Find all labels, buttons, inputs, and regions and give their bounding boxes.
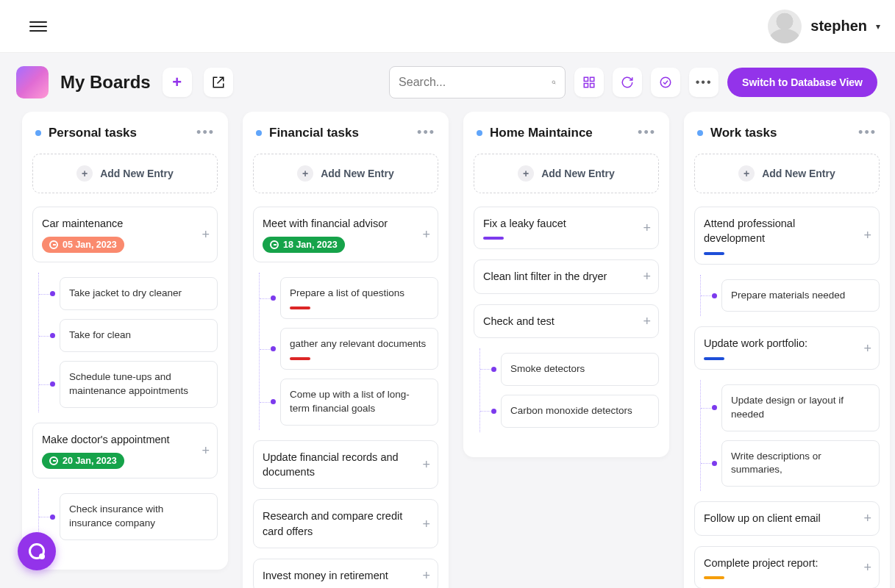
- task-title: Research and compare credit card offers: [263, 509, 429, 539]
- column-more-button[interactable]: •••: [196, 125, 215, 140]
- task-card[interactable]: Clean lint filter in the dryer+: [474, 259, 659, 293]
- task-card[interactable]: Car maintenance05 Jan, 2023+: [32, 207, 218, 262]
- subtask-title: Update design or layout if needed: [731, 394, 870, 422]
- task-title: Update work portfolio:: [704, 336, 870, 351]
- add-subtask-button[interactable]: +: [202, 443, 210, 459]
- branch-dot: [712, 405, 717, 410]
- search-input[interactable]: [399, 76, 546, 89]
- subtask-card[interactable]: Come up with a list of long-term financi…: [280, 379, 438, 426]
- date-badge: 18 Jan, 2023: [263, 237, 345, 253]
- add-subtask-button[interactable]: +: [422, 227, 430, 243]
- board-column: Work tasks •••+Add New EntryAttend profe…: [684, 112, 890, 588]
- subtask-card[interactable]: Write descriptions or summaries,: [721, 440, 880, 487]
- switch-view-button[interactable]: Switch to Database View: [727, 68, 877, 97]
- date-badge: 20 Jan, 2023: [42, 453, 124, 469]
- add-subtask-button[interactable]: +: [863, 228, 871, 243]
- add-subtask-button[interactable]: +: [422, 568, 430, 584]
- task-card[interactable]: Fix a leaky faucet+: [474, 207, 659, 249]
- task-title: Update financial records and documents: [263, 450, 429, 480]
- chat-fab[interactable]: [18, 532, 56, 570]
- column-more-button[interactable]: •••: [417, 125, 435, 140]
- add-entry-button[interactable]: +Add New Entry: [253, 154, 438, 193]
- add-subtask-button[interactable]: +: [643, 269, 651, 284]
- add-subtask-button[interactable]: +: [422, 516, 430, 531]
- subtask-card[interactable]: Prepare a list of questions: [280, 277, 438, 319]
- task-card[interactable]: Invest money in retirement+: [253, 559, 438, 588]
- add-entry-button[interactable]: +Add New Entry: [32, 154, 218, 193]
- column-more-button[interactable]: •••: [858, 125, 877, 140]
- subtask-card[interactable]: gather any relevant documents: [280, 328, 438, 370]
- user-menu[interactable]: stephen ▾: [768, 10, 880, 43]
- search-box[interactable]: [389, 66, 566, 98]
- status-dot: [35, 130, 41, 136]
- add-entry-label: Add New Entry: [100, 168, 174, 179]
- chat-icon: [29, 543, 45, 559]
- task-card[interactable]: Research and compare credit card offers+: [253, 499, 438, 548]
- add-subtask-button[interactable]: +: [643, 313, 651, 329]
- status-dot: [477, 130, 482, 136]
- subtask-card[interactable]: Check insurance with insurance company: [60, 493, 218, 540]
- grid-view-button[interactable]: [574, 68, 604, 97]
- add-entry-button[interactable]: +Add New Entry: [474, 154, 659, 193]
- column-title: Financial tasks: [256, 126, 359, 140]
- menu-icon[interactable]: [29, 18, 47, 35]
- column-title-text: Financial tasks: [269, 126, 359, 140]
- task-card[interactable]: Complete project report:+: [694, 546, 880, 588]
- task-card[interactable]: Follow up on client email+: [694, 501, 880, 535]
- subtask-card[interactable]: Schedule tune-ups and maintenance appoin…: [60, 361, 218, 408]
- add-subtask-button[interactable]: +: [863, 559, 871, 575]
- subtask-title: Prepare materials needed: [731, 289, 870, 303]
- subtask-card[interactable]: Take for clean: [60, 319, 218, 352]
- svg-rect-4: [591, 84, 594, 87]
- add-entry-button[interactable]: +Add New Entry: [694, 154, 880, 193]
- add-subtask-button[interactable]: +: [422, 457, 430, 473]
- chevron-down-icon: ▾: [876, 21, 880, 32]
- subtask-row: Schedule tune-ups and maintenance appoin…: [39, 356, 218, 412]
- subtask-card[interactable]: Update design or layout if needed: [721, 384, 880, 431]
- task-card[interactable]: Update financial records and documents+: [253, 440, 438, 490]
- subtask-row: Come up with a list of long-term financi…: [260, 374, 438, 430]
- subtask-card[interactable]: Prepare materials needed: [721, 279, 880, 312]
- more-button[interactable]: •••: [689, 68, 719, 97]
- task-card[interactable]: Check and test+: [474, 304, 659, 338]
- page-title: My Boards: [60, 72, 151, 93]
- subtask-card[interactable]: Smoke detectors: [501, 353, 659, 386]
- subtask-title: Carbon monoxide detectors: [510, 404, 649, 418]
- column-title: Home Maintaince: [477, 126, 593, 140]
- task-card[interactable]: Update work portfolio:+: [694, 326, 880, 369]
- check-button[interactable]: [651, 68, 680, 97]
- add-subtask-button[interactable]: +: [202, 227, 210, 243]
- column-more-button[interactable]: •••: [638, 125, 656, 140]
- board-column: Home Maintaince •••+Add New EntryFix a l…: [463, 112, 669, 457]
- branch-dot: [712, 293, 717, 298]
- branch-dot: [491, 367, 496, 372]
- task-title: Clean lint filter in the dryer: [483, 269, 649, 284]
- task-card[interactable]: Attend professional development+: [694, 207, 880, 265]
- add-subtask-button[interactable]: +: [643, 220, 651, 236]
- subtask-row: gather any relevant documents: [260, 323, 438, 374]
- svg-rect-1: [584, 77, 588, 81]
- subtask-title: Prepare a list of questions: [290, 287, 429, 301]
- column-title: Work tasks: [697, 126, 777, 140]
- task-card[interactable]: Make doctor's appointment20 Jan, 2023+: [32, 423, 218, 478]
- status-dot: [697, 130, 703, 136]
- column-title: Personal tasks: [35, 126, 137, 140]
- add-board-button[interactable]: +: [163, 68, 192, 97]
- branch-dot: [491, 409, 496, 414]
- subtask-title: Take jacket to dry cleaner: [69, 287, 208, 301]
- add-subtask-button[interactable]: +: [863, 340, 871, 356]
- subtask-card[interactable]: Take jacket to dry cleaner: [60, 277, 218, 310]
- add-entry-label: Add New Entry: [321, 168, 394, 179]
- svg-rect-2: [591, 77, 594, 81]
- export-button[interactable]: [204, 68, 233, 97]
- subtask-card[interactable]: Carbon monoxide detectors: [501, 395, 659, 428]
- task-card[interactable]: Meet with financial advisor18 Jan, 2023+: [253, 207, 438, 262]
- clock-icon: [270, 240, 279, 249]
- branch-dot: [50, 514, 55, 520]
- subtask-row: Take jacket to dry cleaner: [39, 273, 218, 315]
- subtask-row: Carbon monoxide detectors: [480, 390, 659, 432]
- priority-stripe: [704, 252, 724, 255]
- refresh-button[interactable]: [613, 68, 642, 97]
- plus-icon: +: [738, 165, 755, 182]
- add-subtask-button[interactable]: +: [863, 511, 871, 526]
